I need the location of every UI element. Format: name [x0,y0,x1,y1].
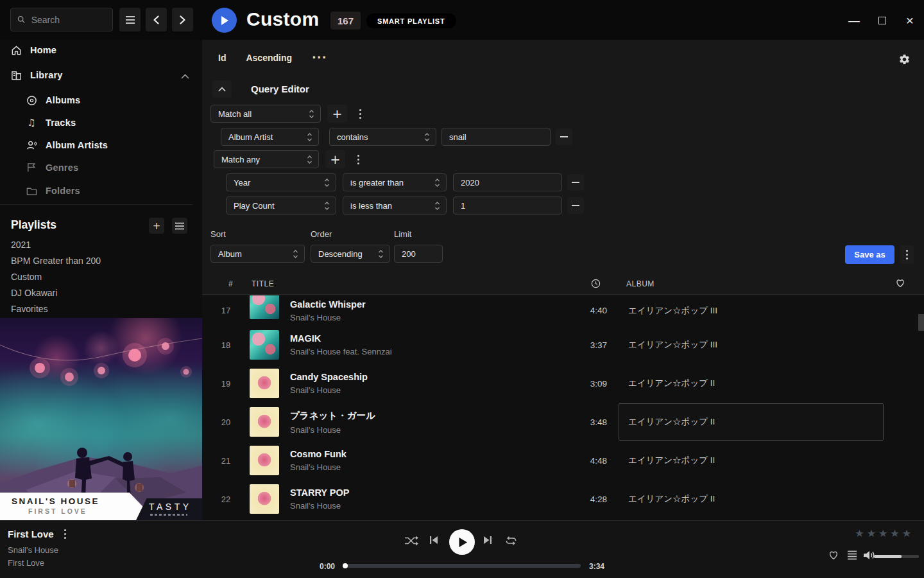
remove-rule-button[interactable] [567,174,584,191]
column-album[interactable]: ALBUM [626,279,654,288]
track-artist: Snail's House [290,501,561,511]
window-minimize-button[interactable]: — [844,11,864,30]
sidebar-item-albums[interactable]: Albums [26,92,80,108]
star-icon[interactable]: ★ [867,527,878,539]
library-collapse-chevron-icon[interactable] [181,70,189,82]
sidebar-item-folders[interactable]: Folders [26,183,80,198]
settings-button[interactable] [897,52,911,66]
playlist-view-options-button[interactable] [172,218,187,234]
nav-forward-button[interactable] [172,8,193,31]
limit-input[interactable] [394,245,443,263]
rule-field-select[interactable]: Play Count [226,197,336,215]
select-arrows-icon [307,133,312,141]
group-options-button[interactable] [354,105,366,123]
track-album: エイリアン☆ポップ III [607,339,884,351]
search-input[interactable] [31,15,106,25]
play-icon [458,537,468,548]
track-title: プラネット・ガール [290,410,561,422]
star-icon[interactable]: ★ [855,527,866,539]
playlist-item[interactable]: 2021 [11,240,31,251]
track-duration: 3:48 [561,417,607,427]
search-box[interactable] [10,8,113,31]
rule-operator-select[interactable]: is greater than [343,173,447,191]
queue-button[interactable] [847,550,857,560]
seek-knob[interactable] [343,563,348,568]
table-row[interactable]: 21 Cosmo Funk Snail's House 4:48 エイリアン☆ポ… [202,441,924,480]
save-options-button[interactable] [900,245,914,264]
window-maximize-button[interactable] [873,11,892,30]
query-editor-collapse-button[interactable] [212,80,232,98]
play-pause-button[interactable] [449,529,475,555]
sidebar-item-tracks[interactable]: ♫ Tracks [26,115,76,130]
track-album: エイリアン☆ポップ II [607,493,884,505]
play-playlist-button[interactable] [212,8,237,33]
rule-field-select[interactable]: Year [226,173,336,191]
seek-bar[interactable] [343,564,581,568]
elapsed-time: 0:00 [313,562,335,571]
table-row[interactable]: 17 Galactic Whisper Snail's House 4:40 エ… [202,295,924,326]
column-number[interactable]: # [228,279,233,288]
save-as-button[interactable]: Save as [845,245,894,264]
sort-select[interactable]: Album [210,245,305,263]
favorite-heart-column-icon[interactable] [895,278,905,290]
sidebar-item-album-artists[interactable]: Album Artists [26,137,108,153]
repeat-icon [504,535,518,547]
playlist-item[interactable]: Custom [11,272,42,283]
rating-stars[interactable]: ★★★★★ [855,527,914,539]
order-select[interactable]: Descending [311,245,390,263]
track-album: エイリアン☆ポップ II [607,455,884,466]
star-icon[interactable]: ★ [890,527,902,539]
track-title: Cosmo Funk [290,449,561,459]
rule-operator-select[interactable]: is less than [343,197,447,215]
table-row[interactable]: 22 STARRY POP Snail's House 4:28 エイリアン☆ポ… [202,480,924,518]
sidebar-item-library[interactable]: Library [10,67,63,83]
add-rule-button[interactable]: + [325,150,345,168]
limit-block: Limit [394,229,443,263]
match-mode-select-1[interactable]: Match all [210,105,321,123]
remove-rule-button[interactable] [556,128,572,145]
favorite-button[interactable] [828,550,839,560]
remove-rule-button[interactable] [567,197,584,214]
window-close-button[interactable]: × [900,11,920,30]
nav-back-button[interactable] [146,8,167,31]
select-arrows-icon [324,202,330,210]
scrollbar-thumb[interactable] [918,314,924,331]
add-rule-button[interactable]: + [327,105,347,123]
star-icon[interactable]: ★ [902,527,914,539]
playlist-item[interactable]: Favorites [11,304,48,315]
rule-field-select[interactable]: Album Artist [221,128,319,146]
select-arrows-icon [378,250,384,258]
more-options-icon[interactable]: ··· [312,55,327,61]
group-options-button[interactable] [352,150,364,168]
star-icon[interactable]: ★ [878,527,890,539]
volume-slider[interactable] [874,555,919,558]
select-arrows-icon [324,179,330,187]
column-title[interactable]: TITLE [252,279,274,288]
rule-value-input[interactable] [441,128,551,146]
track-table-header: # TITLE ALBUM [202,274,924,295]
table-row[interactable]: 18 MAGIK Snail's House feat. Sennzai 3:3… [202,326,924,364]
rule-value-input[interactable] [453,173,562,191]
duration-clock-icon[interactable] [591,279,601,290]
add-playlist-button[interactable]: + [149,218,164,234]
sort-direction-button[interactable]: Ascending [246,53,292,63]
playlist-item[interactable]: BPM Greater than 200 [11,256,101,267]
repeat-button[interactable] [504,535,518,547]
sort-field-button[interactable]: Id [218,53,226,63]
rule-value-input[interactable] [453,197,562,215]
table-row[interactable]: 20 プラネット・ガール Snail's House 3:48 エイリアン☆ポッ… [202,403,924,441]
track-artist: Snail's House [290,313,561,322]
menu-button[interactable] [119,8,141,31]
track-title: Galactic Whisper [290,299,561,310]
previous-track-button[interactable] [429,535,439,545]
now-playing-options-button[interactable] [62,530,69,538]
playlist-item[interactable]: DJ Okawari [11,288,57,299]
sidebar-item-genres[interactable]: Genres [26,160,78,175]
table-row[interactable]: 19 Candy Spaceship Snail's House 3:09 エイ… [202,364,924,403]
sidebar-item-home[interactable]: Home [10,42,56,58]
shuffle-button[interactable] [404,535,418,547]
track-artist: Snail's House [290,462,561,472]
next-track-button[interactable] [483,535,493,545]
rule-operator-select[interactable]: contains [329,128,436,146]
match-mode-select-2[interactable]: Match any [214,150,319,168]
